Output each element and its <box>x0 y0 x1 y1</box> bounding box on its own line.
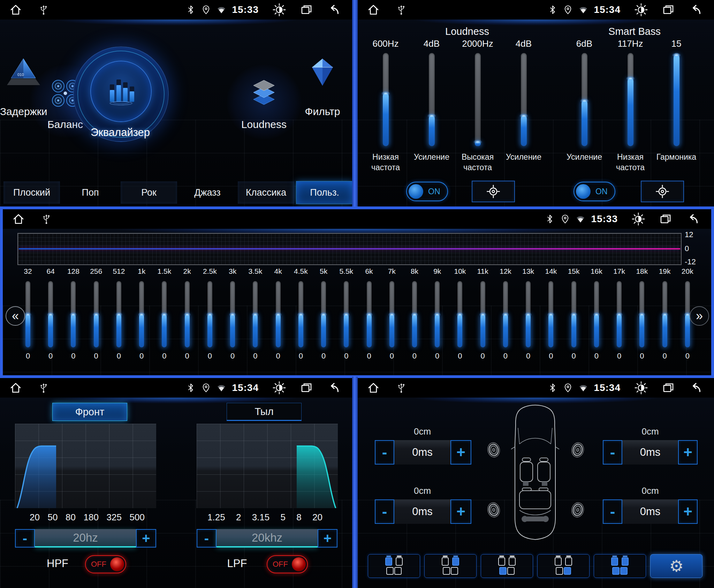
home-icon[interactable] <box>9 3 22 16</box>
back-icon[interactable] <box>689 381 702 394</box>
eq-band[interactable]: 128 0 <box>66 267 81 361</box>
slider-track[interactable] <box>628 53 633 146</box>
eq-band[interactable]: 15k 0 <box>566 267 582 361</box>
eq-band[interactable]: 5.5k 0 <box>339 267 354 361</box>
back-icon[interactable] <box>686 212 699 226</box>
slider-track[interactable] <box>674 53 679 146</box>
menu-item-delays[interactable]: Задержки <box>0 106 46 118</box>
eq-band[interactable]: 5k 0 <box>316 267 331 361</box>
back-icon[interactable] <box>327 3 340 16</box>
tab-front[interactable]: Фронт <box>52 403 127 421</box>
home-icon[interactable] <box>9 381 22 394</box>
seat-config-button[interactable] <box>594 554 646 578</box>
back-icon[interactable] <box>689 3 702 16</box>
band-track[interactable] <box>435 281 440 347</box>
delay-minus-button[interactable]: - <box>375 440 394 465</box>
eq-band[interactable]: 16k 0 <box>589 267 604 361</box>
band-track[interactable] <box>48 281 53 347</box>
back-icon[interactable] <box>327 381 340 394</box>
recent-apps-icon[interactable] <box>659 212 672 226</box>
recent-apps-icon[interactable] <box>662 381 675 394</box>
band-track[interactable] <box>321 281 326 347</box>
eq-band[interactable]: 9k 0 <box>430 267 445 361</box>
brightness-icon[interactable] <box>273 381 286 394</box>
band-track[interactable] <box>412 281 417 347</box>
delay-plus-button[interactable]: + <box>450 499 471 524</box>
seat-config-button[interactable]: ⚙ <box>650 554 702 578</box>
preset-button[interactable]: Польз. <box>296 181 352 204</box>
hpf-toggle[interactable]: OFF <box>85 555 126 573</box>
eq-band[interactable]: 14k 0 <box>543 267 559 361</box>
eq-band[interactable]: 64 0 <box>43 267 58 361</box>
smartbass-toggle[interactable]: ON <box>574 182 615 201</box>
band-track[interactable] <box>139 281 144 347</box>
band-track[interactable] <box>685 281 690 347</box>
seat-config-button[interactable] <box>481 554 533 578</box>
delay-plus-button[interactable]: + <box>450 440 471 465</box>
recent-apps-icon[interactable] <box>300 381 313 394</box>
eq-band[interactable]: 19k 0 <box>657 267 673 361</box>
band-track[interactable] <box>230 281 235 347</box>
home-icon[interactable] <box>367 3 380 16</box>
band-track[interactable] <box>571 281 576 347</box>
band-track[interactable] <box>207 281 212 347</box>
lpf-toggle[interactable]: OFF <box>267 555 308 573</box>
eq-band[interactable]: 1.5k 0 <box>157 267 172 361</box>
eq-band[interactable]: 512 0 <box>111 267 127 361</box>
band-track[interactable] <box>298 281 303 347</box>
band-track[interactable] <box>617 281 622 347</box>
eq-band[interactable]: 17k 0 <box>612 267 627 361</box>
eq-band[interactable]: 1k 0 <box>134 267 149 361</box>
preset-button[interactable]: Рок <box>121 181 177 204</box>
seat-config-button[interactable] <box>368 554 420 578</box>
band-track[interactable] <box>389 281 394 347</box>
parameter-slider[interactable]: 4dB Усиление <box>501 38 547 173</box>
parameter-slider[interactable]: 117Hz Низкая частота <box>607 38 653 173</box>
band-track[interactable] <box>116 281 121 347</box>
parameter-slider[interactable]: 6dB Усиление <box>561 38 607 173</box>
recent-apps-icon[interactable] <box>300 3 313 16</box>
pyramid-icon[interactable]: 010 <box>7 56 40 91</box>
eq-band[interactable]: 8k 0 <box>407 267 422 361</box>
scroll-right-button[interactable]: » <box>690 306 709 326</box>
band-track[interactable] <box>480 281 485 347</box>
band-track[interactable] <box>276 281 281 347</box>
smartbass-reset-button[interactable] <box>641 181 684 202</box>
band-track[interactable] <box>94 281 99 347</box>
seat-config-button[interactable] <box>424 554 477 578</box>
eq-band[interactable]: 4k 0 <box>271 267 286 361</box>
parameter-slider[interactable]: 600Hz Низкая частота <box>363 38 409 173</box>
eq-band[interactable]: 12k 0 <box>498 267 513 361</box>
eq-band[interactable]: 6k 0 <box>362 267 377 361</box>
loudness-reset-button[interactable] <box>472 181 515 202</box>
lpf-minus-button[interactable]: - <box>197 529 217 548</box>
eq-band[interactable]: 4.5k 0 <box>293 267 309 361</box>
delay-minus-button[interactable]: - <box>603 440 622 465</box>
slider-track[interactable] <box>521 53 527 146</box>
band-track[interactable] <box>548 281 553 347</box>
menu-item-loudness[interactable]: Loudness <box>239 119 289 130</box>
parameter-slider[interactable]: 15 Гармоника <box>653 38 699 173</box>
band-track[interactable] <box>71 281 76 347</box>
eq-band[interactable]: 3.5k 0 <box>248 267 263 361</box>
band-track[interactable] <box>367 281 372 347</box>
delay-minus-button[interactable]: - <box>603 499 622 524</box>
scroll-left-button[interactable]: « <box>6 306 25 326</box>
preset-button[interactable]: Джазз <box>179 181 236 204</box>
band-track[interactable] <box>639 281 644 347</box>
band-track[interactable] <box>457 281 462 347</box>
band-track[interactable] <box>662 281 667 347</box>
lpf-plus-button[interactable]: + <box>318 529 337 548</box>
eq-band[interactable]: 256 0 <box>89 267 104 361</box>
home-icon[interactable] <box>367 381 380 394</box>
eq-band[interactable]: 11k 0 <box>475 267 491 361</box>
band-track[interactable] <box>344 281 349 347</box>
brightness-icon[interactable] <box>635 381 648 394</box>
band-track[interactable] <box>526 281 531 347</box>
band-track[interactable] <box>162 281 167 347</box>
eq-band[interactable]: 2k 0 <box>180 267 195 361</box>
preset-button[interactable]: Плоский <box>3 181 60 204</box>
seat-config-button[interactable] <box>537 554 590 578</box>
band-track[interactable] <box>185 281 190 347</box>
eq-band[interactable]: 2.5k 0 <box>202 267 218 361</box>
